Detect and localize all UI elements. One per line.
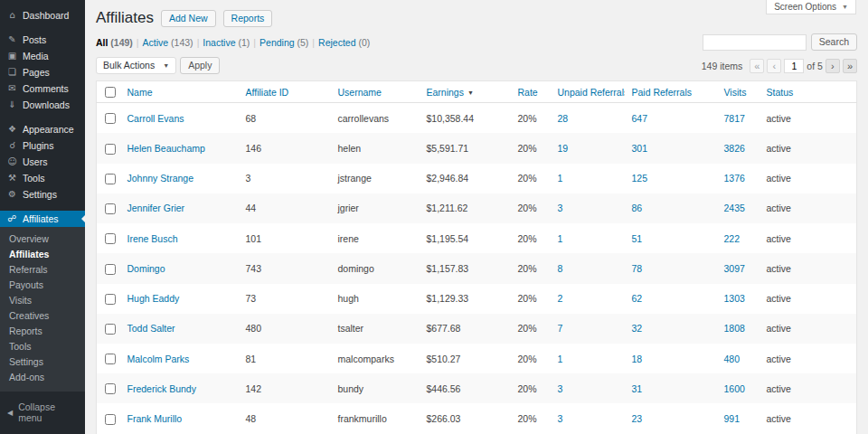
first-page-button[interactable]: «	[750, 59, 764, 73]
last-page-button[interactable]: »	[843, 59, 857, 73]
paid-referrals-link[interactable]: 31	[632, 383, 643, 394]
unpaid-referrals-link[interactable]: 1	[558, 354, 563, 364]
current-page-input[interactable]	[784, 59, 804, 73]
sidebar-item-posts[interactable]: ✎ Posts	[0, 32, 85, 48]
visits-link[interactable]: 1808	[724, 323, 745, 334]
sidebar-item-affiliates[interactable]: ☍ Affiliates	[0, 211, 85, 227]
sidebar-item-settings[interactable]: ⚙ Settings	[0, 186, 85, 203]
sort-link-visits[interactable]: Visits	[724, 87, 747, 98]
sort-link-earnings[interactable]: Earnings▼	[427, 87, 474, 98]
visits-link[interactable]: 7817	[724, 113, 745, 124]
filter-all[interactable]: All (149)	[96, 37, 133, 48]
reports-button[interactable]: Reports	[223, 10, 273, 27]
row-checkbox[interactable]	[105, 174, 116, 184]
filter-rejected[interactable]: Rejected (0)	[318, 37, 370, 48]
visits-link[interactable]: 3826	[724, 143, 745, 154]
paid-referrals-link[interactable]: 86	[632, 203, 643, 213]
row-checkbox[interactable]	[105, 383, 116, 394]
sort-link-paid-referrals[interactable]: Paid Referrals	[632, 87, 693, 98]
affiliate-name-link[interactable]: Jennifer Grier	[127, 203, 185, 213]
sidebar-item-pages[interactable]: ❏ Pages	[0, 64, 85, 80]
row-checkbox[interactable]	[105, 203, 116, 214]
unpaid-referrals-link[interactable]: 3	[558, 203, 563, 213]
row-checkbox[interactable]	[105, 144, 116, 155]
visits-link[interactable]: 1303	[724, 293, 745, 304]
bulk-actions-select[interactable]: Bulk Actions ▼	[96, 57, 176, 74]
affiliate-name-link[interactable]: Irene Busch	[127, 233, 178, 244]
sidebar-subitem-visits[interactable]: Visits	[0, 293, 85, 308]
prev-page-button[interactable]: ‹	[767, 59, 781, 73]
sidebar-subitem-add-ons[interactable]: Add-ons	[0, 370, 85, 385]
paid-referrals-link[interactable]: 62	[632, 293, 643, 304]
sort-link-name[interactable]: Name	[127, 87, 153, 98]
visits-link[interactable]: 1376	[724, 173, 745, 184]
visits-link[interactable]: 3097	[724, 263, 745, 274]
unpaid-referrals-link[interactable]: 3	[558, 413, 563, 424]
unpaid-referrals-link[interactable]: 8	[558, 263, 563, 274]
unpaid-referrals-link[interactable]: 28	[558, 113, 569, 124]
paid-referrals-link[interactable]: 647	[632, 113, 648, 124]
unpaid-referrals-link[interactable]: 2	[558, 293, 563, 304]
row-checkbox[interactable]	[105, 264, 116, 275]
sort-link-unpaid-referrals[interactable]: Unpaid Referrals	[558, 87, 625, 98]
paid-referrals-link[interactable]: 18	[632, 354, 643, 364]
search-button[interactable]: Search	[811, 33, 857, 51]
sidebar-subitem-tools[interactable]: Tools	[0, 339, 85, 354]
visits-link[interactable]: 1600	[724, 383, 745, 394]
sidebar-subitem-affiliates[interactable]: Affiliates	[0, 247, 85, 262]
paid-referrals-link[interactable]: 51	[632, 233, 643, 244]
affiliate-name-link[interactable]: Hugh Eaddy	[127, 293, 180, 304]
paid-referrals-link[interactable]: 23	[632, 413, 643, 424]
unpaid-referrals-link[interactable]: 19	[558, 143, 569, 154]
filter-pending[interactable]: Pending (5)	[259, 37, 308, 48]
unpaid-referrals-link[interactable]: 3	[558, 383, 563, 394]
sidebar-item-downloads[interactable]: ⇓ Downloads	[0, 97, 85, 113]
visits-link[interactable]: 222	[724, 233, 741, 244]
sidebar-subitem-creatives[interactable]: Creatives	[0, 308, 85, 324]
row-checkbox[interactable]	[105, 324, 116, 335]
next-page-button[interactable]: ›	[826, 59, 840, 73]
affiliate-name-link[interactable]: Carroll Evans	[127, 113, 184, 124]
sidebar-subitem-reports[interactable]: Reports	[0, 324, 85, 339]
sort-link-username[interactable]: Username	[338, 87, 382, 98]
search-input[interactable]	[703, 34, 807, 51]
apply-button[interactable]: Apply	[180, 57, 220, 74]
sort-link-status[interactable]: Status	[767, 87, 794, 98]
sort-link-rate[interactable]: Rate	[518, 87, 538, 98]
select-all-checkbox[interactable]	[105, 87, 116, 98]
paid-referrals-link[interactable]: 32	[632, 323, 643, 334]
sidebar-subitem-settings[interactable]: Settings	[0, 354, 85, 370]
row-checkbox[interactable]	[105, 113, 116, 124]
affiliate-name-link[interactable]: Frank Murillo	[127, 413, 183, 424]
sidebar-item-dashboard[interactable]: ⌂ Dashboard	[0, 7, 85, 24]
sidebar-item-tools[interactable]: ⚒ Tools	[0, 170, 85, 186]
paid-referrals-link[interactable]: 78	[632, 263, 643, 274]
unpaid-referrals-link[interactable]: 7	[558, 323, 563, 334]
row-checkbox[interactable]	[105, 294, 116, 305]
visits-link[interactable]: 480	[724, 354, 741, 364]
filter-active[interactable]: Active (143)	[143, 37, 193, 48]
screen-options-tab[interactable]: Screen Options ▼	[766, 0, 856, 14]
affiliate-name-link[interactable]: Todd Salter	[127, 323, 175, 334]
affiliate-name-link[interactable]: Malcolm Parks	[127, 354, 190, 364]
affiliate-name-link[interactable]: Johnny Strange	[127, 173, 194, 184]
add-new-button[interactable]: Add New	[161, 10, 216, 27]
paid-referrals-link[interactable]: 125	[632, 173, 648, 184]
row-checkbox[interactable]	[105, 414, 116, 425]
sidebar-item-appearance[interactable]: ❖ Appearance	[0, 121, 85, 137]
affiliate-name-link[interactable]: Domingo	[127, 263, 165, 274]
affiliate-name-link[interactable]: Helen Beauchamp	[127, 143, 205, 154]
collapse-menu-button[interactable]: ◀ Collapse menu	[0, 398, 85, 427]
sidebar-item-media[interactable]: ▣ Media	[0, 48, 85, 64]
unpaid-referrals-link[interactable]: 1	[558, 173, 563, 184]
visits-link[interactable]: 991	[724, 413, 741, 424]
sidebar-subitem-referrals[interactable]: Referrals	[0, 262, 85, 278]
sidebar-item-users[interactable]: ☺ Users	[0, 154, 85, 170]
sidebar-item-plugins[interactable]: ☌ Plugins	[0, 137, 85, 154]
row-checkbox[interactable]	[105, 233, 116, 244]
unpaid-referrals-link[interactable]: 1	[558, 233, 563, 244]
row-checkbox[interactable]	[105, 354, 116, 364]
sidebar-subitem-payouts[interactable]: Payouts	[0, 278, 85, 293]
filter-inactive[interactable]: Inactive (1)	[203, 37, 250, 48]
affiliate-name-link[interactable]: Frederick Bundy	[127, 383, 196, 394]
